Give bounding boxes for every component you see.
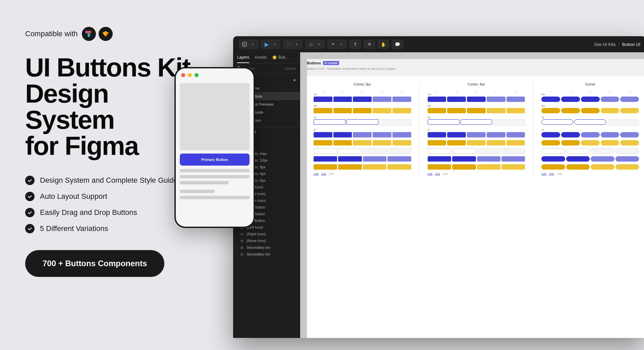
btn-group-3i: Link Link Link — [541, 172, 639, 175]
mini-btn-yellow-light-c3-1 — [601, 108, 620, 113]
btn-group-1b — [314, 108, 411, 113]
mini-btn-blue-light-c2-3 — [467, 132, 486, 137]
canvas-area: Buttons In review Button UI Kit - 700 bu… — [300, 52, 644, 338]
btn-group-2c — [428, 119, 525, 126]
mini-btn-outline-1 — [314, 119, 345, 125]
col-divider-1 — [419, 82, 420, 178]
col-header-2: Corner, 4px — [428, 82, 525, 86]
mini-btn-blue-4 — [314, 132, 332, 137]
mini-btn-blue-light-c3-1 — [601, 97, 620, 102]
row-label-2d: Xl — [428, 129, 525, 131]
feature-text-4: 5 Different Variations — [40, 224, 108, 233]
frame-badge: In review — [323, 61, 339, 65]
phone-dot-red — [181, 73, 185, 77]
mini-btn-yellow-light-c3-6 — [591, 164, 614, 170]
mini-btn-yellow-c3-4 — [561, 140, 580, 145]
mini-btn-blue-light-c3-7 — [615, 156, 639, 162]
btn-group-2i: Link Link Link — [428, 172, 525, 175]
mini-btn-yellow-c2-3 — [467, 108, 486, 113]
sidebar-tabs: Layers Assets 🌟 Butt... — [233, 52, 300, 63]
add-page-icon[interactable]: + — [293, 77, 296, 83]
compatible-row: Compatible with — [25, 27, 200, 41]
mini-btn-outline-2 — [346, 119, 378, 125]
layer-item-label-16: Secondary-sm — [247, 252, 270, 256]
mini-btn-blue-c3-1 — [541, 97, 560, 102]
mini-btn-yellow-1 — [314, 108, 332, 113]
feature-item-4: 5 Different Variations — [25, 224, 200, 233]
mini-btn-blue-c2-4 — [428, 132, 446, 137]
link-btn-c3-1: Link — [541, 172, 546, 175]
move-tool-icon[interactable]: ⊞ — [241, 41, 248, 48]
mini-btn-blue-light-7 — [387, 156, 411, 162]
tab-assets[interactable]: Assets — [255, 55, 267, 63]
check-icon-4 — [25, 224, 35, 233]
mini-btn-yellow-2 — [333, 108, 352, 113]
tab-butt[interactable]: 🌟 Butt... — [272, 55, 289, 63]
row-label-1a: Sm — [314, 93, 411, 96]
btn-group-3h — [541, 164, 639, 170]
btn-group-3f — [541, 148, 639, 154]
mini-btn-yellow-4 — [333, 140, 352, 145]
mini-btn-yellow-light-c3-4 — [601, 140, 620, 145]
btn-group-1i: Link Link Link — [314, 172, 411, 175]
mini-btn-blue-light-c2-6 — [477, 156, 500, 162]
layer-item-secondary-1[interactable]: ⊞ Secondary-sm — [233, 244, 300, 251]
cta-button[interactable]: 700 + Buttons Components — [25, 250, 164, 277]
mini-btn-blue-light-c3-3 — [581, 132, 600, 137]
layer-item-label-15: Secondary-sm — [247, 245, 270, 249]
hand-tool-icon[interactable]: ✋ — [380, 41, 387, 48]
text-tool-icon[interactable]: T — [352, 41, 359, 48]
btn-group-1h — [314, 164, 411, 170]
row-label-1b: Md — [314, 105, 411, 107]
row-label-2b: Md — [428, 105, 525, 107]
mini-btn-yellow-c3-3 — [581, 108, 600, 113]
phone-dot-green — [195, 73, 199, 77]
mini-btn-blue-7 — [338, 156, 362, 162]
svg-text:⊞: ⊞ — [243, 43, 246, 46]
phone-dot-yellow — [188, 73, 192, 77]
link-btn-2: Link — [321, 172, 326, 175]
btn-group-1d — [314, 132, 411, 137]
row-label-3d: Xl — [541, 129, 639, 131]
btn-group-3b — [541, 108, 639, 113]
tab-layers[interactable]: Layers — [237, 55, 249, 63]
layer-item-none-icon-2[interactable]: ⊞ (None Icon) — [233, 237, 300, 244]
main-title: UI Buttons Kit Design System for Figma — [25, 54, 200, 159]
tool-group-2: ▶ ▾ — [261, 40, 281, 49]
layer-item-right-icon-2[interactable]: ⊞ (Right Icon) — [233, 231, 300, 237]
select-tool-icon[interactable]: ▶ — [263, 41, 270, 48]
tool-group-8: ✋ — [377, 40, 389, 49]
component-tool-icon[interactable]: ❖ — [366, 41, 373, 48]
mini-btn-blue-light-c2-7 — [501, 156, 525, 162]
mini-btn-blue-light-c3-6 — [591, 156, 614, 162]
figma-body: Layers Assets 🌟 Butt... 🔍 Layers Assets … — [233, 52, 644, 338]
feature-text-1: Design System and Complete Style Guide — [40, 176, 178, 185]
btn-group-2h — [428, 164, 525, 170]
assets-tab-btn[interactable]: Assets — [285, 66, 296, 70]
phone-placeholder-2 — [180, 175, 250, 178]
mini-btn-yellow-6 — [338, 164, 362, 170]
left-panel: Compatible with — [25, 27, 200, 277]
phone-primary-button-label: Primary Button — [201, 158, 228, 162]
pen-tool-icon[interactable]: ✒ — [330, 41, 336, 48]
btn-group-2a — [428, 97, 525, 102]
layer-item-secondary-2[interactable]: ⊞ Secondary-sm — [233, 251, 300, 257]
mini-btn-outline-c3-1 — [541, 119, 573, 125]
mini-btn-yellow-light-6 — [363, 164, 386, 170]
title-line2: Design System — [25, 80, 200, 133]
frame-tool-icon[interactable]: ⬚ — [285, 41, 292, 48]
phone-placeholder-5 — [180, 196, 250, 199]
mini-btn-yellow-light-c2-3 — [467, 140, 486, 145]
titlebar-tools: ⊞ ▾ ▶ ▾ ⬚ ▾ ◻ ▾ ✒ ▾ T — [238, 40, 590, 49]
mini-btn-yellow-light-c3-5 — [620, 140, 639, 145]
mini-btn-outline-gray-2 — [338, 148, 362, 154]
shape-tool-icon[interactable]: ◻ — [308, 41, 314, 48]
button-grid: Corner, 0px — — — — — Sm — [307, 76, 644, 185]
link-btn-c2-2: Link — [435, 172, 440, 175]
frame-title: Buttons — [307, 61, 321, 65]
mini-btn-yellow-light-c2-6 — [477, 164, 500, 170]
comment-tool-icon[interactable]: 💬 — [394, 41, 401, 48]
btn-group-3a — [541, 97, 639, 102]
figma-titlebar: ⊞ ▾ ▶ ▾ ⬚ ▾ ◻ ▾ ✒ ▾ T — [233, 36, 644, 52]
mini-btn-yellow-c2-6 — [452, 164, 476, 170]
